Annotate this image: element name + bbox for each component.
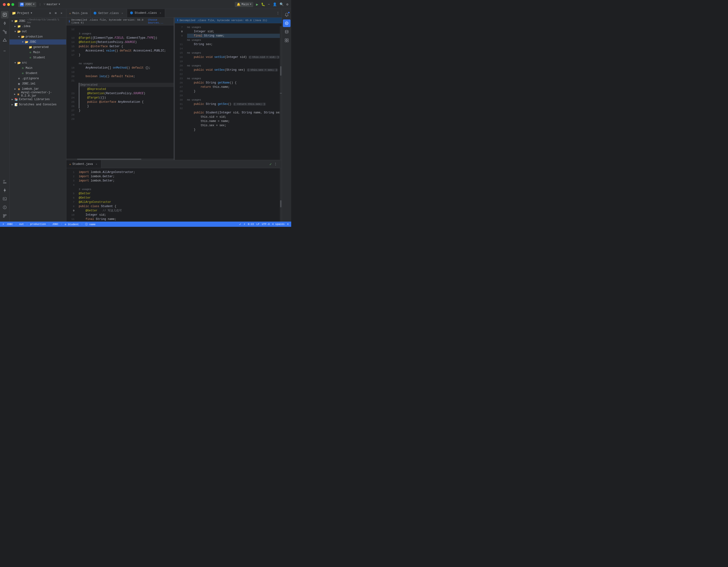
tree-item-mysql[interactable]: ▶ ▣ mysql-connector-j-8.2.0.jar — [9, 92, 66, 97]
panel-expand-icon[interactable]: ⊞ — [53, 11, 58, 16]
status-encoding[interactable]: UTF-8 — [262, 223, 270, 225]
sidebar-icon-more[interactable]: ⋯ — [1, 47, 9, 55]
sidebar-icon-run[interactable] — [1, 178, 9, 185]
code-line: Integer sid; — [187, 29, 282, 34]
tab-student-class[interactable]: 🔵 Student.class ✕ — [127, 9, 165, 17]
tab-getter-class[interactable]: 🔵 Getter.class ✕ — [91, 9, 127, 17]
tree-item-gitignore[interactable]: ▶ ⊘ .gitignore — [9, 76, 66, 81]
sidebar-icon-project[interactable] — [1, 11, 9, 18]
close-button[interactable] — [3, 3, 6, 6]
status-position[interactable]: 8:22 — [248, 223, 254, 225]
debug-icon[interactable]: 🐛 — [261, 2, 265, 6]
svg-rect-27 — [285, 39, 286, 40]
code-line — [187, 106, 282, 110]
bottom-tab-overflow[interactable]: ⋮ — [272, 162, 279, 166]
status-breadcrumb-production[interactable]: production — [30, 223, 46, 225]
status-breadcrumb-student[interactable]: ⊙ Student — [65, 223, 79, 226]
code-line: } — [79, 108, 174, 113]
minimize-button[interactable] — [7, 3, 10, 6]
tab-main-java[interactable]: ☕ Main.java — [66, 9, 91, 17]
tree-item-idea[interactable]: ▶ 📁 .idea — [9, 24, 66, 29]
editor-pane-getter: ℹ Decompiled .class file, bytecode versi… — [66, 18, 174, 160]
sidebar-icon-problems[interactable] — [1, 203, 9, 211]
settings-icon[interactable]: ⚙ — [286, 2, 288, 6]
tab-overflow-button[interactable]: ⋮ — [274, 9, 282, 17]
right-sidebar-icon-plugins[interactable] — [283, 37, 290, 44]
code-line-nousages6: no usages — [187, 98, 282, 102]
project-switcher[interactable]: JD JDBC ▼ — [18, 2, 36, 7]
status-breadcrumb-out[interactable]: out — [19, 223, 24, 225]
tab-close-getter[interactable]: ✕ — [121, 12, 124, 15]
tree-icon-student-src: ⊙ — [21, 71, 25, 75]
sidebar-icon-maven[interactable] — [1, 37, 9, 44]
tree-item-ext-lib[interactable]: ▶ 📚 External Libraries — [9, 97, 66, 102]
bottom-code-area[interactable]: import lombok.AllArgsConstructor; import… — [76, 168, 280, 221]
status-breadcrumb-jdbc2[interactable]: JDBC — [52, 223, 58, 225]
svg-point-21 — [3, 214, 4, 216]
getter-scrollbar[interactable] — [66, 158, 174, 160]
student-class-code-area[interactable]: no usages Integer sid; final String name… — [184, 23, 282, 160]
tab-close-student[interactable]: ✕ — [159, 11, 162, 15]
editor-area: ☕ Main.java 🔵 Getter.class ✕ 🔵 Student.c… — [66, 9, 282, 221]
bottom-tab-close[interactable]: ✕ — [95, 162, 98, 166]
tree-item-production[interactable]: ▼ 📂 production — [9, 34, 66, 39]
status-breadcrumb-name[interactable]: ⓘ name — [85, 222, 96, 226]
sidebar-icon-vcs[interactable] — [1, 19, 9, 27]
sidebar-icon-git[interactable] — [1, 186, 9, 194]
tree-icon-student-out: ⊙ — [28, 56, 32, 60]
run-icon[interactable]: ▶ — [256, 2, 258, 7]
getter-choose-sources[interactable]: Choose Sources... — [148, 18, 171, 24]
code-line-nousages2: no usages — [187, 38, 282, 42]
code-line-2usages: 2 usages — [79, 187, 280, 191]
tree-arrow-ext-lib: ▶ — [10, 98, 14, 101]
more-icon[interactable]: ⋯ — [268, 3, 270, 6]
right-sidebar-icon-database[interactable] — [283, 28, 290, 36]
code-line: } — [79, 104, 174, 108]
sidebar-icon-structure[interactable] — [1, 28, 9, 36]
bottom-scrollbar[interactable] — [280, 168, 282, 221]
account-icon[interactable]: 👤 — [273, 2, 277, 6]
bottom-tab-bar: ☕ Student.java ✕ ✓ ⋮ — [66, 160, 282, 168]
right-sidebar-icon-notifications[interactable] — [283, 11, 290, 18]
tree-item-jdbc-folder[interactable]: ▼ 📂 JDBC — [9, 39, 66, 45]
panel-gear-icon[interactable]: ⚙ — [48, 11, 52, 16]
bottom-tab-student-java[interactable]: ☕ Student.java ✕ — [66, 160, 101, 168]
tree-item-generated[interactable]: ▶ 📁 generated — [9, 45, 66, 50]
tree-item-out[interactable]: ▼ 📂 out — [9, 29, 66, 34]
code-line: public class Student { — [79, 204, 280, 208]
code-line: AnyAnnotation[] onMethod() default {}; — [79, 66, 174, 70]
svg-marker-11 — [3, 39, 6, 41]
status-breadcrumb-jdbc[interactable]: JDBC — [7, 223, 13, 225]
search-icon[interactable]: 🔍 — [280, 2, 284, 6]
sidebar-icon-vcs2[interactable] — [1, 212, 9, 220]
tree-item-iml[interactable]: ▶ ▣ JDBC.iml — [9, 81, 66, 86]
panel-close-icon[interactable]: ✕ — [59, 11, 64, 16]
tree-label-iml: JDBC.iml — [22, 82, 36, 85]
tree-item-main-out[interactable]: ▶ ⊙ Main — [9, 50, 66, 55]
status-share-icon[interactable]: ⬆ — [287, 222, 289, 226]
status-indent[interactable]: 4 spaces — [272, 223, 285, 225]
code-line: final String name; — [79, 217, 280, 221]
code-line: import lombok.AllArgsConstructor; — [79, 170, 280, 174]
svg-rect-28 — [287, 39, 288, 40]
code-line-nousages3: no usages — [187, 51, 282, 55]
tree-item-scratches[interactable]: ▶ 📝 Scratches and Consoles — [9, 102, 66, 107]
status-line-ending[interactable]: LF — [256, 223, 259, 225]
getter-code-area[interactable]: 3 usages @Target({ElementType.FIELD, Ele… — [76, 25, 174, 158]
tab-bar-top: ☕ Main.java 🔵 Getter.class ✕ 🔵 Student.c… — [66, 9, 274, 17]
status-problems-icon: ⚡ — [244, 222, 245, 226]
run-config[interactable]: 🔔 Main ▼ — [235, 2, 253, 7]
student-class-scrollbar[interactable] — [280, 26, 282, 160]
right-sidebar-icon-ai[interactable] — [283, 19, 290, 27]
branch-selector[interactable]: ⑂ master ▼ — [44, 3, 60, 6]
tree-item-student-out[interactable]: ▶ ⊙ Student — [9, 55, 66, 60]
code-line: } — [187, 89, 282, 93]
tree-item-src[interactable]: ▼ 📂 src — [9, 60, 66, 65]
maximize-button[interactable] — [11, 3, 14, 6]
sidebar-icon-terminal[interactable] — [1, 195, 9, 202]
panel-chevron-icon[interactable]: ▼ — [31, 12, 32, 14]
tree-item-main-src[interactable]: ▶ ⊙ Main — [9, 65, 66, 71]
tree-item-root[interactable]: ▼ 📁 JDBC ~/Desktop/CS/JavaEE/1 Jav — [9, 18, 66, 24]
tree-icon-ext-lib: 📚 — [14, 97, 18, 101]
tree-item-student-src[interactable]: ▶ ⊙ Student — [9, 71, 66, 76]
